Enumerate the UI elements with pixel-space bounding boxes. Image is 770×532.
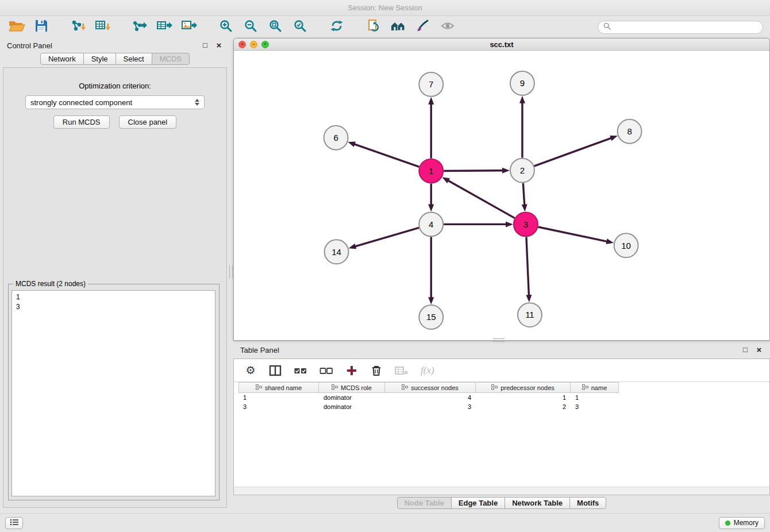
column-header-name[interactable]: name	[571, 382, 619, 393]
traffic-lights: × − +	[238, 41, 269, 48]
show-hide-graphics-button[interactable]	[438, 18, 457, 36]
import-network-icon	[70, 19, 86, 35]
search-icon	[603, 22, 611, 32]
cell-name: 1	[571, 394, 619, 401]
graph-node-label-2: 2	[520, 165, 525, 175]
memory-label: Memory	[734, 519, 759, 527]
function-builder-icon: f(x)	[421, 364, 434, 377]
table-row-1[interactable]: 1 dominator 4 1 1	[238, 393, 769, 402]
refresh-icon	[330, 19, 344, 35]
window-close-icon[interactable]: ×	[238, 41, 246, 48]
tab-select[interactable]: Select	[116, 53, 152, 65]
network-graph[interactable]: 7968124314101511	[234, 51, 769, 340]
zoom-selected-icon	[293, 19, 307, 35]
tab-network-table[interactable]: Network Table	[505, 497, 570, 509]
table-horizontal-scrollbar[interactable]	[234, 487, 769, 495]
network-window-titlebar[interactable]: × − + scc.txt	[234, 38, 769, 51]
export-network-button[interactable]	[130, 18, 149, 36]
zoom-out-icon	[244, 19, 257, 35]
run-mcds-button[interactable]: Run MCDS	[53, 115, 110, 129]
tab-node-table[interactable]: Node Table	[397, 497, 452, 509]
table-panel-tabs: Node Table Edge Table Network Table Moti…	[233, 497, 770, 509]
export-image-button[interactable]	[179, 18, 199, 36]
zoom-selected-button[interactable]	[290, 18, 310, 36]
cell-shared-name: 3	[238, 403, 319, 410]
graph-node-label-3: 3	[523, 219, 528, 229]
cell-mcds-role: dominator	[319, 403, 385, 410]
sort-icon	[582, 384, 588, 391]
network-view-frame: × − + scc.txt 7968124314101511	[233, 38, 770, 341]
zoom-in-icon	[219, 19, 233, 35]
refresh-view-button[interactable]	[327, 18, 346, 36]
import-network-button[interactable]	[68, 18, 88, 36]
export-network-icon	[132, 19, 148, 35]
export-table-button[interactable]	[155, 18, 174, 36]
zoom-in-button[interactable]	[216, 18, 236, 36]
graph-node-label-7: 7	[429, 79, 433, 89]
column-header-successor-nodes[interactable]: successor nodes	[385, 382, 476, 393]
float-panel-icon[interactable]: □	[201, 41, 209, 49]
clone-network-button[interactable]	[364, 18, 383, 36]
graph-node-label-8: 8	[627, 126, 632, 136]
edge-2-8[interactable]	[534, 138, 611, 166]
table-row-2[interactable]: 3 dominator 3 2 3	[238, 402, 769, 411]
tab-network[interactable]: Network	[40, 53, 84, 65]
criterion-select[interactable]: strongly connected component	[25, 95, 205, 109]
vertical-splitter-handle[interactable]	[229, 265, 233, 279]
show-columns-icon[interactable]	[269, 364, 282, 377]
apply-style-button[interactable]	[413, 18, 433, 36]
window-titlebar: Session: New Session	[0, 0, 770, 16]
import-table-button[interactable]	[93, 18, 113, 36]
float-table-panel-icon[interactable]: □	[741, 346, 749, 354]
tab-style[interactable]: Style	[83, 53, 116, 65]
edge-1-6[interactable]	[355, 144, 419, 167]
network-canvas[interactable]: 7968124314101511	[234, 51, 769, 340]
zoom-fit-button[interactable]	[265, 18, 285, 36]
gear-icon[interactable]: ⚙	[244, 364, 257, 377]
window-zoom-icon[interactable]: +	[261, 41, 269, 48]
close-panel-button[interactable]: Close panel	[119, 115, 177, 129]
edge-3-11[interactable]	[526, 237, 529, 295]
edge-3-1[interactable]	[448, 180, 515, 218]
mcds-tab-content: Optimization criterion: strongly connect…	[3, 67, 227, 508]
toolbar-search[interactable]	[598, 21, 763, 34]
open-session-button[interactable]	[7, 18, 26, 36]
tab-mcds[interactable]: MCDS	[152, 53, 190, 65]
save-session-button[interactable]	[32, 18, 51, 36]
list-icon	[10, 518, 19, 528]
close-table-panel-icon[interactable]: ×	[755, 346, 763, 354]
mcds-buttons-row: Run MCDS Close panel	[3, 115, 226, 129]
graph-node-label-1: 1	[429, 166, 433, 176]
import-table-icon	[95, 19, 111, 35]
window-minimize-icon[interactable]: −	[250, 41, 257, 48]
horizontal-splitter-handle[interactable]	[493, 338, 505, 342]
task-history-button[interactable]	[5, 517, 23, 529]
tab-motifs[interactable]: Motifs	[569, 497, 606, 509]
add-column-icon[interactable]	[345, 364, 358, 377]
first-neighbors-button[interactable]	[388, 18, 408, 36]
edge-1-2[interactable]	[444, 171, 503, 171]
criterion-select-value: strongly connected component	[30, 98, 132, 107]
memory-button[interactable]: Memory	[719, 517, 765, 529]
column-header-shared-name[interactable]: shared name	[238, 382, 319, 393]
tab-edge-table[interactable]: Edge Table	[451, 497, 505, 509]
unselect-all-icon[interactable]	[319, 364, 333, 377]
column-header-mcds-role[interactable]: MCDS role	[319, 382, 385, 393]
close-panel-icon[interactable]: ×	[215, 41, 223, 49]
select-all-icon[interactable]	[294, 364, 307, 377]
edge-3-10[interactable]	[538, 227, 607, 241]
search-input[interactable]	[614, 23, 757, 31]
table-panel: Table Panel □ × ⚙ f(x) shared name MCDS …	[233, 343, 770, 511]
delete-column-icon[interactable]	[370, 364, 383, 377]
edge-2-3[interactable]	[523, 183, 524, 205]
cell-shared-name: 1	[238, 394, 319, 401]
control-panel-tabs: Network Style Select MCDS	[2, 53, 228, 65]
zoom-out-button[interactable]	[241, 18, 260, 36]
edge-4-14[interactable]	[355, 228, 419, 246]
delete-table-icon	[395, 364, 409, 377]
cell-successor-nodes: 4	[385, 394, 476, 401]
style-brush-icon	[416, 19, 430, 35]
column-header-predecessor-nodes[interactable]: predecessor nodes	[476, 382, 571, 393]
optimization-criterion-label: Optimization criterion:	[3, 82, 226, 90]
save-floppy-icon	[34, 19, 48, 35]
